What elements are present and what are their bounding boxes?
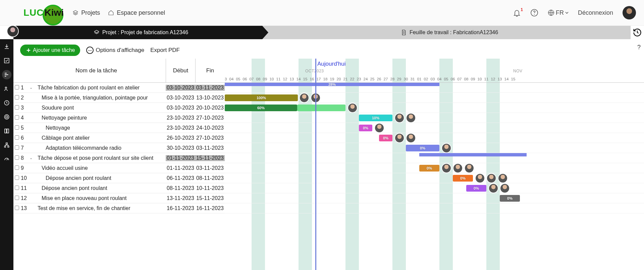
rail-target[interactable] (2, 112, 11, 122)
task-row[interactable]: 9Vidéo accueil usine01-11-202303-11-2023 (13, 163, 225, 173)
rail-org[interactable] (2, 140, 11, 150)
worksheet-breadcrumb[interactable]: Feuille de travail : FabricationA12346 (268, 29, 631, 36)
gantt-task-bar[interactable]: 0% (379, 135, 392, 141)
assignee-avatar[interactable] (374, 123, 384, 133)
task-number: 10 (21, 175, 30, 181)
task-checkbox[interactable] (15, 95, 19, 99)
project-breadcrumb[interactable]: Projet : Projet de fabrication A12346 (13, 29, 268, 36)
assignee-avatar[interactable] (475, 173, 485, 183)
timeline-tick: 27 (382, 77, 389, 81)
assignee-avatar[interactable] (406, 113, 416, 123)
task-checkbox[interactable] (15, 145, 19, 150)
task-checkbox[interactable] (15, 105, 19, 110)
gantt-task-bar[interactable]: 10% (359, 115, 392, 121)
page-help-button[interactable]: ? (637, 44, 641, 51)
task-row[interactable]: 1⌄Tâche fabrication du pont roulant en a… (13, 83, 225, 93)
assignee-avatar[interactable] (394, 133, 405, 143)
task-row[interactable]: 11Dépose ancien pont roulant08-11-202310… (13, 183, 225, 193)
timeline-tick: 23 (356, 77, 362, 81)
task-row[interactable]: 10Dépose ancien pont roulant06-11-202308… (13, 173, 225, 183)
task-row[interactable]: 5Nettoyage23-10-202324-10-2023 (13, 123, 225, 133)
gantt-summary-bar[interactable] (419, 153, 527, 156)
timeline-tick: 31 (409, 77, 416, 81)
task-checkbox[interactable] (15, 206, 19, 210)
task-checkbox[interactable] (15, 135, 19, 140)
task-row[interactable]: 2Mise à la portée, triangulation, pointa… (13, 93, 225, 103)
gantt-task-bar[interactable] (297, 105, 345, 111)
gantt-task-bar[interactable]: 60% (225, 105, 297, 111)
gantt-summary-bar[interactable]: 28% (225, 83, 439, 86)
task-checkbox[interactable] (15, 165, 19, 170)
gantt-row: 0% (225, 163, 644, 173)
rail-check[interactable] (2, 56, 11, 65)
timeline-tick: 03 (225, 77, 228, 81)
task-checkbox[interactable] (15, 115, 19, 120)
notifications-button[interactable]: 1 (513, 9, 521, 17)
task-row[interactable]: 4Nettoyage peinture23-10-202327-10-2023 (13, 113, 225, 123)
add-task-button[interactable]: Ajouter une tâche (20, 45, 80, 56)
nav-projects[interactable]: Projets (72, 9, 100, 16)
export-pdf-button[interactable]: Export PDF (150, 47, 180, 54)
rail-gauge[interactable] (2, 154, 11, 164)
signout-link[interactable]: Déconnexion (578, 9, 613, 16)
svg-rect-9 (7, 129, 9, 133)
assignee-avatar[interactable] (488, 183, 498, 193)
task-row[interactable]: 8⌄Tâche dépose et pose pont roulant sur … (13, 153, 225, 163)
task-checkbox[interactable] (15, 196, 19, 200)
task-checkbox[interactable] (15, 155, 19, 160)
assignee-avatar[interactable] (347, 103, 358, 113)
rail-clock[interactable] (2, 98, 11, 108)
task-table: Nom de la tâche Début Fin 1⌄Tâche fabric… (13, 59, 225, 270)
task-checkbox[interactable] (15, 125, 19, 130)
timeline[interactable]: Aujourd'hui OCT2023 NOV 0304050607080910… (225, 59, 644, 270)
rail-download[interactable] (2, 42, 11, 51)
gantt-task-bar[interactable]: 100% (225, 94, 298, 101)
svg-rect-10 (6, 143, 8, 144)
svg-rect-11 (4, 146, 6, 147)
task-checkbox[interactable] (15, 176, 19, 180)
gantt-task-bar[interactable]: 0% (500, 195, 520, 202)
rail-columns[interactable] (2, 126, 11, 136)
assignee-avatar[interactable] (441, 143, 451, 153)
nav-personal-space[interactable]: Espace personnel (108, 9, 165, 16)
task-checkbox[interactable] (15, 186, 19, 190)
task-number: 8 (21, 155, 30, 161)
chevron-down-icon[interactable]: ⌄ (30, 156, 36, 160)
task-row[interactable]: 12Mise en place nouveau pont roulant13-1… (13, 193, 225, 203)
task-checkbox[interactable] (15, 85, 19, 89)
assignee-avatar[interactable] (406, 133, 416, 143)
gantt-task-bar[interactable]: 0% (406, 145, 439, 151)
task-row[interactable]: 7Adaptation télécommande radio30-10-2023… (13, 143, 225, 153)
gantt-row: 0% (225, 133, 644, 143)
chevron-down-icon[interactable]: ⌄ (30, 85, 36, 90)
timeline-tick: 29 (396, 77, 402, 81)
assignee-avatar[interactable] (464, 163, 474, 173)
gantt-task-bar[interactable]: 0% (466, 185, 486, 192)
assignee-avatar[interactable] (441, 163, 451, 173)
assignee-avatar[interactable] (500, 183, 510, 193)
rail-gantt[interactable] (2, 70, 11, 79)
assignee-avatar[interactable] (453, 163, 463, 173)
rail-people[interactable] (2, 84, 11, 93)
assignee-avatar[interactable] (498, 173, 508, 183)
user-avatar[interactable] (623, 6, 636, 19)
language-selector[interactable]: FR (548, 9, 569, 16)
task-row[interactable]: 3Soudure pont03-10-202320-10-2023 (13, 103, 225, 113)
gantt-task-bar[interactable]: 0% (359, 125, 372, 131)
timeline-tick: 11 (483, 77, 490, 81)
assignee-avatar[interactable] (486, 173, 496, 183)
task-row[interactable]: 6Câblage pont atelier26-10-202327-10-202… (13, 133, 225, 143)
gantt-task-bar[interactable]: 0% (453, 175, 473, 182)
assignee-avatar[interactable] (299, 93, 309, 103)
logo[interactable]: LUC Kiwi (23, 7, 64, 18)
display-options-button[interactable]: ••• Options d'affichage (86, 47, 144, 54)
timeline-tick: 08 (255, 77, 262, 81)
task-start: 03-10-2023 (166, 85, 195, 91)
assignee-avatar[interactable] (394, 113, 405, 123)
task-name: Nettoyage (36, 125, 166, 131)
help-button[interactable] (530, 9, 538, 17)
gantt-task-bar[interactable]: 0% (419, 165, 439, 172)
history-button[interactable] (633, 28, 642, 37)
gantt-row: 60% (225, 103, 644, 113)
task-row[interactable]: 13Test de mise en service, fin de chanti… (13, 203, 225, 213)
